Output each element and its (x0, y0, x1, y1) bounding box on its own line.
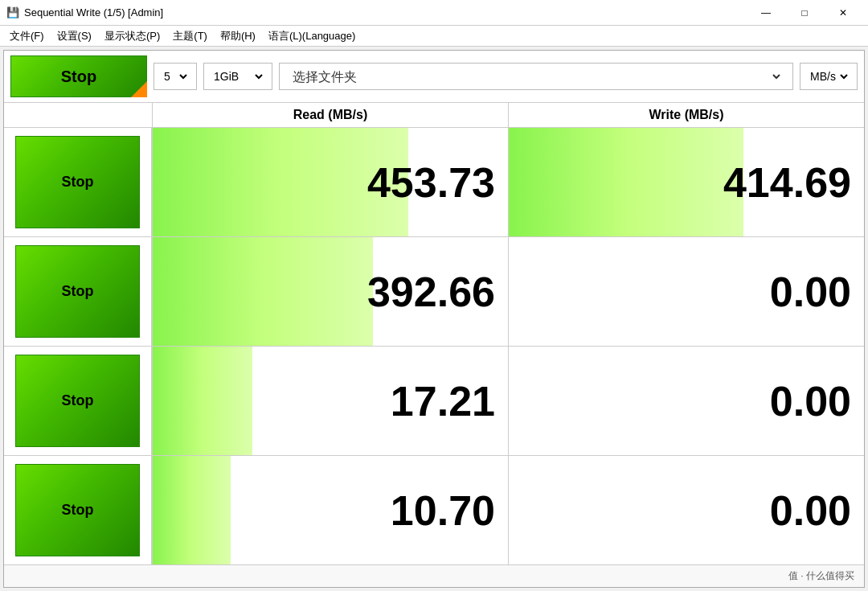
stop-button-2[interactable]: Stop (15, 245, 140, 337)
stop-button-4[interactable]: Stop (15, 464, 140, 556)
read-bar-2 (153, 237, 373, 346)
app-icon: 💾 (6, 6, 19, 18)
menu-theme[interactable]: 主题(T) (166, 27, 214, 45)
menu-help[interactable]: 帮助(H) (214, 27, 262, 45)
header-read: Read (MB/s) (152, 103, 508, 127)
folder-selector[interactable]: 选择文件夹 (279, 63, 793, 90)
menu-bar: 文件(F) 设置(S) 显示状态(P) 主题(T) 帮助(H) 语言(L)(La… (0, 26, 868, 47)
count-select[interactable]: 5 1 3 10 (161, 69, 190, 84)
read-value-1: 453.73 (367, 158, 495, 207)
read-cell-3: 17.21 (152, 347, 508, 455)
corner-decoration (131, 81, 147, 97)
table-row: Stop 392.66 0.00 (4, 237, 864, 347)
read-bar-3 (153, 347, 252, 455)
title-bar: 💾 Sequential Write (1/5) [Admin] — □ ✕ (0, 0, 868, 26)
stop-button-3[interactable]: Stop (15, 355, 140, 446)
table-row: Stop 10.70 0.00 (4, 456, 864, 564)
read-cell-4: 10.70 (152, 456, 508, 564)
menu-file[interactable]: 文件(F) (3, 27, 51, 45)
read-value-2: 392.66 (367, 268, 495, 316)
data-rows: Stop 453.73 414.69 Stop 392.66 (4, 128, 864, 564)
write-cell-1: 414.69 (508, 128, 864, 236)
size-selector[interactable]: 1GiB 512MiB 2GiB 4GiB (203, 63, 272, 90)
toolbar-stop-button[interactable]: Stop (10, 55, 147, 97)
table-row: Stop 453.73 414.69 (4, 128, 864, 237)
toolbar: Stop 5 1 3 10 1GiB 512MiB 2GiB 4GiB 选择文件… (4, 51, 864, 103)
size-select[interactable]: 1GiB 512MiB 2GiB 4GiB (211, 69, 265, 84)
write-value-4: 0.00 (770, 486, 851, 535)
stop-cell-3: Stop (4, 347, 152, 455)
write-cell-2: 0.00 (508, 237, 864, 346)
unit-select[interactable]: MB/s GB/s IOPS (807, 69, 850, 84)
column-headers: Read (MB/s) Write (MB/s) (4, 103, 864, 128)
stop-button-1[interactable]: Stop (15, 136, 140, 228)
write-value-1: 414.69 (723, 158, 851, 207)
stop-cell-2: Stop (4, 237, 152, 346)
main-panel: Stop 5 1 3 10 1GiB 512MiB 2GiB 4GiB 选择文件… (3, 50, 865, 588)
status-bar: 值 · 什么值得买 (4, 564, 864, 587)
header-write: Write (MB/s) (508, 103, 864, 127)
title-bar-left: 💾 Sequential Write (1/5) [Admin] (6, 6, 163, 18)
table-row: Stop 17.21 0.00 (4, 347, 864, 456)
status-text: 值 · 什么值得买 (788, 569, 854, 583)
minimize-button[interactable]: — (747, 5, 784, 21)
window-controls: — □ ✕ (747, 5, 862, 21)
write-value-2: 0.00 (770, 268, 851, 316)
folder-select[interactable]: 选择文件夹 (289, 69, 783, 84)
close-button[interactable]: ✕ (825, 5, 862, 21)
read-bar-4 (153, 456, 231, 564)
stop-cell-1: Stop (4, 128, 152, 236)
toolbar-stop-wrapper: Stop (10, 55, 147, 97)
write-cell-3: 0.00 (508, 347, 864, 455)
count-selector[interactable]: 5 1 3 10 (154, 63, 197, 90)
read-cell-1: 453.73 (152, 128, 508, 236)
read-cell-2: 392.66 (152, 237, 508, 346)
menu-display[interactable]: 显示状态(P) (98, 27, 166, 45)
write-cell-4: 0.00 (508, 456, 864, 564)
read-value-3: 17.21 (391, 377, 495, 425)
read-value-4: 10.70 (391, 486, 495, 535)
header-label (4, 103, 152, 127)
window-title: Sequential Write (1/5) [Admin] (24, 6, 163, 18)
unit-selector[interactable]: MB/s GB/s IOPS (800, 63, 858, 90)
maximize-button[interactable]: □ (786, 5, 823, 21)
write-bar-1 (509, 128, 743, 236)
menu-language[interactable]: 语言(L)(Language) (262, 27, 362, 45)
menu-settings[interactable]: 设置(S) (51, 27, 98, 45)
write-value-3: 0.00 (770, 377, 851, 425)
stop-cell-4: Stop (4, 456, 152, 564)
